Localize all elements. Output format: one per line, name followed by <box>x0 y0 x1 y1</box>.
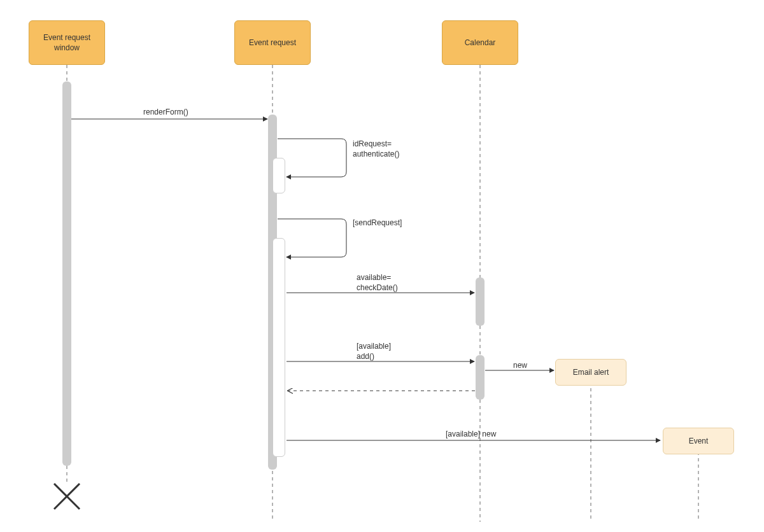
activation-bar <box>272 158 285 193</box>
participant-label: Event request <box>249 38 296 48</box>
msg-authenticate <box>278 139 346 177</box>
label-renderForm: renderForm() <box>143 107 188 117</box>
label-add: [available] add() <box>357 341 391 361</box>
label-authenticate: idRequest= authenticate() <box>353 139 399 159</box>
label-available-new: [available] new <box>446 429 496 439</box>
object-label: Event <box>689 436 709 446</box>
activation-bar <box>62 81 71 466</box>
participant-event-request: Event request <box>234 20 311 65</box>
activation-bar <box>272 238 285 457</box>
participant-event-request-window: Event request window <box>29 20 105 65</box>
object-email-alert: Email alert <box>555 359 626 386</box>
object-event: Event <box>663 428 734 454</box>
msg-sendRequest <box>278 219 346 257</box>
activation-bar <box>476 277 485 326</box>
sequence-diagram: Event request window Event request Calen… <box>0 0 764 532</box>
diagram-svg <box>0 0 764 532</box>
destroy-icon <box>54 484 80 509</box>
participant-label: Calendar <box>465 38 496 48</box>
label-new-email: new <box>513 360 527 370</box>
participant-label: Event request window <box>43 32 90 53</box>
activation-bar <box>476 355 485 400</box>
object-label: Email alert <box>573 367 609 377</box>
participant-calendar: Calendar <box>442 20 518 65</box>
label-sendRequest: [sendRequest] <box>353 218 402 228</box>
label-checkDate: available= checkDate() <box>357 272 398 293</box>
